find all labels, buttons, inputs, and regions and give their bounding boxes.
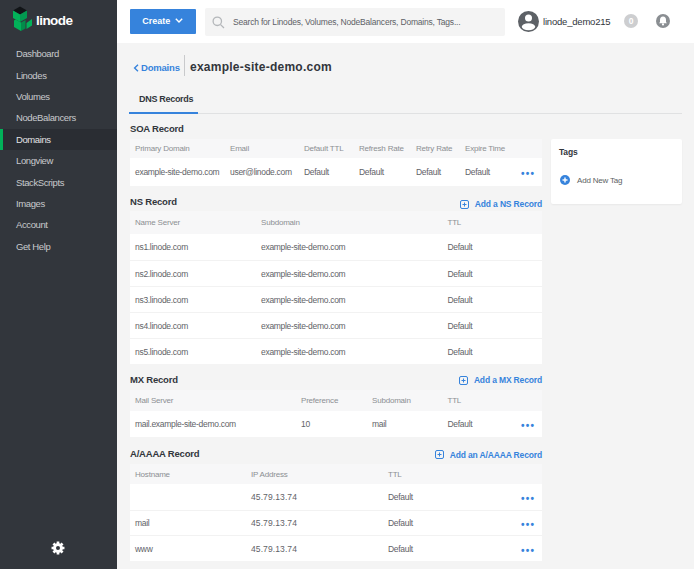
svg-text:0: 0 bbox=[629, 16, 634, 26]
